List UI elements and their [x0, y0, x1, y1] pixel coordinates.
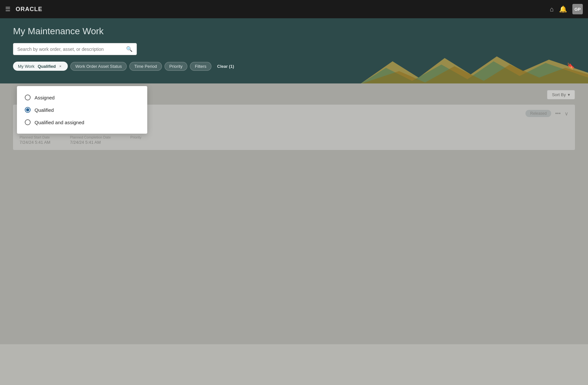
oracle-logo: ORACLE [16, 6, 42, 13]
radio-option-assigned[interactable]: Assigned [23, 91, 141, 104]
time-period-chip[interactable]: Time Period [129, 62, 162, 71]
clear-filters-button[interactable]: Clear (1) [214, 62, 237, 70]
priority-label: Priority [169, 64, 182, 69]
my-work-dropdown: Assigned Qualified Qualified and assigne… [17, 86, 147, 134]
page-title: My Maintenance Work [13, 26, 575, 37]
radio-option-qualified[interactable]: Qualified [23, 104, 141, 116]
radio-qualified-assigned-circle [25, 119, 31, 125]
work-order-asset-status-label: Work Order Asset Status [75, 64, 122, 69]
radio-qualified-circle [25, 107, 31, 113]
priority-chip[interactable]: Priority [165, 62, 187, 71]
header-section: My Maintenance Work 🔍 My Work Qualified … [0, 18, 588, 83]
hamburger-icon[interactable]: ☰ [5, 6, 10, 13]
radio-option-qualified-assigned[interactable]: Qualified and assigned [23, 116, 141, 128]
radio-qualified-label: Qualified [35, 107, 54, 113]
chip-my-work-label: My Work [18, 64, 36, 69]
work-order-asset-status-chip[interactable]: Work Order Asset Status [70, 62, 127, 71]
time-period-label: Time Period [134, 64, 157, 69]
top-navigation: ☰ ORACLE ⌂ 🔔 GP [0, 0, 588, 18]
search-input[interactable] [17, 47, 126, 52]
user-avatar[interactable]: GP [572, 4, 583, 14]
chip-qualified-label: Qualified [38, 64, 56, 69]
search-bar: 🔍 [13, 43, 137, 55]
search-icon: 🔍 [126, 46, 133, 52]
radio-assigned-label: Assigned [35, 95, 55, 100]
nav-right: ⌂ 🔔 GP [550, 4, 583, 14]
nav-left: ☰ ORACLE [5, 6, 42, 13]
radio-qualified-assigned-label: Qualified and assigned [35, 120, 84, 125]
filters-label: Filters [195, 64, 206, 69]
chip-close-icon[interactable]: × [58, 64, 63, 69]
header-art [360, 55, 588, 84]
home-icon[interactable]: ⌂ [550, 6, 554, 13]
page-content: Sort By ▾ Available for assignment [0, 83, 588, 344]
radio-assigned-circle [25, 95, 31, 100]
filters-chip[interactable]: Filters [190, 62, 211, 71]
my-work-qualified-chip[interactable]: My Work Qualified × [13, 62, 68, 71]
bell-icon[interactable]: 🔔 [559, 5, 567, 13]
